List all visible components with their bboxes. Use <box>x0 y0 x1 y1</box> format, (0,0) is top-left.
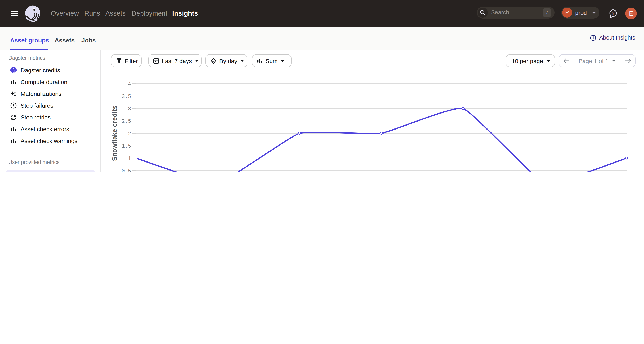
svg-text:0.5: 0.5 <box>122 168 131 172</box>
svg-text:1.5: 1.5 <box>122 143 131 149</box>
svg-text:?: ? <box>612 11 614 16</box>
svg-text:1: 1 <box>128 156 131 162</box>
svg-text:4: 4 <box>128 81 131 87</box>
svg-text:3.5: 3.5 <box>122 94 131 100</box>
svg-text:3: 3 <box>128 106 131 112</box>
svg-text:2.5: 2.5 <box>122 118 131 125</box>
svg-text:2: 2 <box>128 131 131 137</box>
svg-text:Snowflake credits: Snowflake credits <box>111 106 118 161</box>
